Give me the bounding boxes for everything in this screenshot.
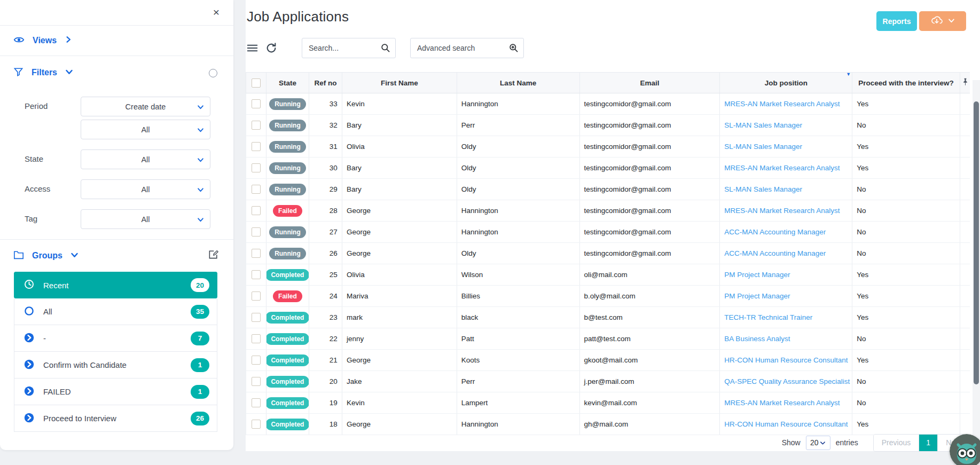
table-cell: Yes bbox=[852, 157, 960, 178]
column-header-ref-no[interactable]: Ref no bbox=[309, 73, 342, 93]
job-position-link[interactable]: ACC-MAN Accounting Manager bbox=[724, 228, 826, 236]
row-checkbox-cell bbox=[246, 286, 266, 306]
job-position-link[interactable]: BA Business Analyst bbox=[724, 335, 790, 343]
job-position-link[interactable]: HR-CON Human Resource Consultant bbox=[724, 356, 848, 364]
pin-column-cell bbox=[960, 179, 970, 200]
cell-first: Jake bbox=[347, 377, 362, 385]
table-cell: Billies bbox=[457, 286, 580, 306]
filter-select-state-0[interactable]: All bbox=[81, 149, 210, 169]
menu-icon[interactable] bbox=[247, 43, 258, 53]
filters-radio-circle[interactable] bbox=[209, 69, 217, 77]
group-item-proceed-to-interview[interactable]: Proceed to Interview26 bbox=[14, 405, 217, 432]
close-icon[interactable]: × bbox=[213, 5, 219, 20]
chat-widget-owl-avatar[interactable] bbox=[950, 434, 980, 465]
row-checkbox[interactable] bbox=[252, 356, 261, 365]
job-position-link[interactable]: MRES-AN Market Research Analyst bbox=[724, 399, 840, 407]
row-checkbox-cell bbox=[246, 264, 266, 285]
pin-column-cell bbox=[960, 73, 970, 93]
column-header-email[interactable]: Email bbox=[580, 73, 720, 93]
pin-column-cell bbox=[960, 328, 970, 349]
group-item-all[interactable]: All35 bbox=[14, 298, 217, 325]
search-icon[interactable] bbox=[380, 43, 390, 55]
edit-groups-icon[interactable] bbox=[208, 249, 218, 262]
group-item-confirm-with-candidate[interactable]: Confirm with Candidate1 bbox=[14, 352, 217, 379]
job-position-link[interactable]: PM Project Manager bbox=[724, 271, 790, 279]
group-count-badge: 20 bbox=[191, 278, 209, 292]
table-cell: Yes bbox=[852, 307, 960, 328]
chevron-circle-right-icon bbox=[24, 359, 34, 371]
column-header-state[interactable]: State bbox=[266, 73, 309, 93]
job-position-link[interactable]: ACC-MAN Accounting Manager bbox=[724, 249, 826, 257]
row-checkbox[interactable] bbox=[252, 398, 261, 407]
table-cell: Hannington bbox=[457, 93, 580, 114]
row-checkbox[interactable] bbox=[252, 121, 261, 130]
column-header-proceed-with-the-interview-[interactable]: Proceed with the interview? bbox=[852, 73, 960, 93]
views-section-header[interactable]: Views bbox=[0, 26, 233, 56]
group-item-recent[interactable]: Recent20 bbox=[14, 272, 217, 298]
column-header-first-name[interactable]: First Name bbox=[342, 73, 457, 93]
job-position-link[interactable]: MRES-AN Market Research Analyst bbox=[724, 164, 840, 172]
row-checkbox[interactable] bbox=[252, 291, 261, 301]
filter-select-access-0[interactable]: All bbox=[81, 179, 210, 199]
select-all-checkbox[interactable] bbox=[252, 78, 261, 88]
row-checkbox[interactable] bbox=[252, 420, 261, 429]
pin-column-cell bbox=[960, 222, 970, 242]
filter-select-tag-0[interactable]: All bbox=[81, 209, 210, 229]
table-cell: 24 bbox=[309, 286, 342, 306]
row-checkbox[interactable] bbox=[252, 313, 261, 322]
row-checkbox[interactable] bbox=[252, 163, 261, 172]
scrollbar-thumb[interactable] bbox=[974, 101, 979, 384]
row-checkbox[interactable] bbox=[252, 206, 261, 215]
row-checkbox[interactable] bbox=[252, 142, 261, 151]
job-position-link[interactable]: MRES-AN Market Research Analyst bbox=[724, 100, 840, 108]
column-header-job-position[interactable]: Job position▲▼ bbox=[720, 73, 852, 93]
groups-section-header[interactable]: Groups bbox=[0, 240, 233, 272]
job-position-link[interactable]: SL-MAN Sales Manager bbox=[724, 143, 802, 151]
row-checkbox[interactable] bbox=[252, 334, 261, 343]
row-checkbox[interactable] bbox=[252, 249, 261, 258]
column-header-label: Job position bbox=[765, 79, 807, 87]
pin-icon[interactable] bbox=[962, 78, 969, 88]
job-position-link[interactable]: MRES-AN Market Research Analyst bbox=[724, 207, 840, 215]
row-checkbox[interactable] bbox=[252, 99, 261, 108]
advanced-search-input[interactable] bbox=[410, 38, 524, 58]
chevron-circle-right-icon bbox=[24, 386, 34, 398]
column-header-last-name[interactable]: Last Name bbox=[457, 73, 580, 93]
row-checkbox[interactable] bbox=[252, 377, 261, 386]
row-checkbox[interactable] bbox=[252, 270, 261, 279]
group-item-failed[interactable]: FAILED1 bbox=[14, 379, 217, 405]
table-cell: Running bbox=[266, 157, 309, 178]
export-button[interactable] bbox=[919, 11, 966, 31]
row-checkbox[interactable] bbox=[252, 185, 261, 194]
select-value: All bbox=[141, 125, 150, 134]
table-cell: 19 bbox=[309, 392, 342, 413]
table-cell: No bbox=[852, 200, 960, 221]
page-1-button[interactable]: 1 bbox=[919, 435, 938, 451]
table-cell: 29 bbox=[309, 179, 342, 200]
job-position-link[interactable]: QA-SPEC Quality Assurance Specialist bbox=[724, 377, 850, 385]
filter-select-period-0[interactable]: Create date bbox=[81, 97, 210, 116]
job-position-link[interactable]: SL-MAN Sales Manager bbox=[724, 185, 802, 193]
group-item--[interactable]: -7 bbox=[14, 325, 217, 352]
job-position-link[interactable]: HR-CON Human Resource Consultant bbox=[724, 420, 848, 428]
group-item-label: Proceed to Interview bbox=[43, 414, 182, 423]
job-position-link[interactable]: PM Project Manager bbox=[724, 292, 790, 300]
refresh-icon[interactable] bbox=[265, 42, 277, 54]
row-checkbox[interactable] bbox=[252, 227, 261, 237]
filters-section-header[interactable]: Filters bbox=[0, 56, 233, 89]
filter-select-period-1[interactable]: All bbox=[81, 120, 210, 139]
cell-ref: 19 bbox=[330, 399, 338, 407]
job-position-link[interactable]: SL-MAN Sales Manager bbox=[724, 121, 802, 129]
job-position-link[interactable]: TECH-TR Technical Trainer bbox=[724, 313, 812, 321]
vertical-scrollbar[interactable] bbox=[973, 80, 980, 451]
reports-button[interactable]: Reports bbox=[876, 11, 917, 31]
zoom-in-icon[interactable] bbox=[508, 43, 519, 55]
previous-page-button[interactable]: Previous bbox=[874, 435, 919, 451]
table-row: Completed21GeorgeKootsgkoot@mail.comHR-C… bbox=[246, 350, 970, 371]
page-size-select[interactable]: 20 bbox=[806, 436, 830, 450]
cell-last: Koots bbox=[461, 356, 480, 364]
sort-icon[interactable]: ▲▼ bbox=[846, 73, 851, 76]
table-row: Running27GeorgeHanningtontestingcomidor@… bbox=[246, 222, 970, 243]
cell-first: George bbox=[347, 228, 371, 236]
status-badge: Running bbox=[269, 162, 306, 174]
